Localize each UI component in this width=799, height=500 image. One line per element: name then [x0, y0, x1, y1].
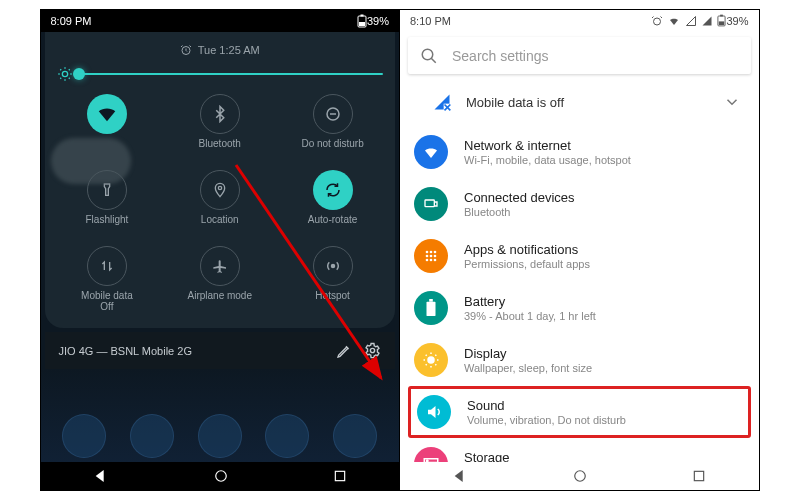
- svg-point-22: [426, 255, 429, 258]
- tile-bluetooth[interactable]: Bluetooth: [165, 90, 274, 162]
- mobile-data-banner[interactable]: Mobile data is off: [400, 78, 759, 126]
- brightness-icon: [57, 66, 73, 82]
- battery-icon: [414, 291, 448, 325]
- chevron-down-icon: [723, 93, 741, 111]
- svg-point-27: [434, 259, 437, 262]
- svg-point-24: [434, 255, 437, 258]
- svg-point-25: [426, 259, 429, 262]
- wifi-icon: [667, 15, 681, 27]
- mobiledata-icon: [87, 246, 127, 286]
- tile-hotspot[interactable]: Hotspot: [278, 242, 387, 316]
- svg-point-20: [430, 251, 433, 254]
- svg-point-7: [331, 265, 334, 268]
- sound-icon: [417, 395, 451, 429]
- settings-list: Network & internetWi-Fi, mobile, data us…: [400, 126, 759, 490]
- dnd-icon: [313, 94, 353, 134]
- alarm-row[interactable]: Tue 1:25 AM: [53, 40, 388, 60]
- qs-footer: JIO 4G — BSNL Mobile 2G: [45, 332, 396, 369]
- clock: 8:09 PM: [51, 15, 92, 27]
- row-connected[interactable]: Connected devicesBluetooth: [400, 178, 759, 230]
- tile-autorotate[interactable]: Auto-rotate: [278, 166, 387, 238]
- navbar-left: [41, 462, 400, 490]
- nav-recent-icon[interactable]: [692, 469, 706, 483]
- edit-icon[interactable]: [336, 343, 352, 359]
- battery-icon: [357, 14, 367, 28]
- bluetooth-icon: [200, 94, 240, 134]
- nav-recent-icon[interactable]: [333, 469, 347, 483]
- row-display[interactable]: DisplayWallpaper, sleep, font size: [400, 334, 759, 386]
- dock-app[interactable]: [333, 414, 377, 458]
- dock-app[interactable]: [130, 414, 174, 458]
- dock-app[interactable]: [265, 414, 309, 458]
- svg-point-30: [428, 357, 434, 363]
- settings-gear-icon[interactable]: [364, 342, 381, 359]
- no-signal-icon: [685, 15, 697, 27]
- navbar-right: [400, 462, 759, 490]
- tile-location[interactable]: Location: [165, 166, 274, 238]
- clock: 8:10 PM: [410, 15, 451, 27]
- row-network[interactable]: Network & internetWi-Fi, mobile, data us…: [400, 126, 759, 178]
- svg-point-9: [215, 471, 226, 482]
- display-icon: [414, 343, 448, 377]
- svg-rect-29: [429, 299, 433, 302]
- svg-point-4: [62, 71, 67, 76]
- brightness-slider[interactable]: [53, 60, 388, 84]
- tile-airplane[interactable]: Airplane mode: [165, 242, 274, 316]
- signal-off-icon: [432, 92, 452, 112]
- svg-rect-2: [359, 22, 365, 26]
- blurred-label: [51, 138, 131, 184]
- svg-rect-10: [335, 471, 344, 480]
- battery-percent: 39%: [367, 15, 389, 27]
- search-settings[interactable]: Search settings: [408, 37, 751, 74]
- wifi-icon: [87, 94, 127, 134]
- nav-home-icon[interactable]: [573, 469, 587, 483]
- dock-app[interactable]: [198, 414, 242, 458]
- connected-icon: [414, 187, 448, 221]
- dock-app[interactable]: [62, 414, 106, 458]
- carrier-text: JIO 4G — BSNL Mobile 2G: [59, 345, 325, 357]
- row-battery[interactable]: Battery39% - About 1 day, 1 hr left: [400, 282, 759, 334]
- autorotate-icon: [313, 170, 353, 210]
- search-placeholder: Search settings: [452, 48, 549, 64]
- status-bar-left: 8:09 PM 39%: [41, 10, 400, 32]
- apps-icon: [414, 239, 448, 273]
- battery-percent: 39%: [726, 15, 748, 27]
- svg-point-12: [654, 18, 661, 25]
- tile-dnd[interactable]: Do not disturb: [278, 90, 387, 162]
- row-sound[interactable]: SoundVolume, vibration, Do not disturb: [408, 386, 751, 438]
- nav-back-icon[interactable]: [452, 468, 468, 484]
- nav-home-icon[interactable]: [214, 469, 228, 483]
- svg-rect-1: [360, 15, 363, 17]
- row-apps[interactable]: Apps & notificationsPermissions, default…: [400, 230, 759, 282]
- network-icon: [414, 135, 448, 169]
- svg-point-16: [422, 49, 433, 60]
- svg-rect-28: [427, 302, 436, 316]
- status-bar-right: 8:10 PM 39%: [400, 10, 759, 31]
- svg-rect-15: [719, 22, 724, 26]
- hotspot-icon: [313, 246, 353, 286]
- svg-point-23: [430, 255, 433, 258]
- svg-point-35: [575, 471, 586, 482]
- signal-icon: [701, 15, 713, 27]
- battery-icon: [717, 14, 726, 27]
- svg-point-8: [370, 348, 374, 352]
- svg-point-21: [434, 251, 437, 254]
- search-icon: [420, 47, 438, 65]
- nav-back-icon[interactable]: [93, 468, 109, 484]
- svg-rect-18: [425, 200, 434, 207]
- svg-point-26: [430, 259, 433, 262]
- svg-point-6: [218, 186, 221, 189]
- alarm-icon: [651, 15, 663, 27]
- svg-rect-36: [694, 471, 703, 480]
- svg-point-19: [426, 251, 429, 254]
- tile-mobiledata[interactable]: Mobile dataOff: [53, 242, 162, 316]
- alarm-text: Tue 1:25 AM: [198, 44, 260, 56]
- svg-rect-14: [721, 15, 724, 17]
- airplane-icon: [200, 246, 240, 286]
- location-icon: [200, 170, 240, 210]
